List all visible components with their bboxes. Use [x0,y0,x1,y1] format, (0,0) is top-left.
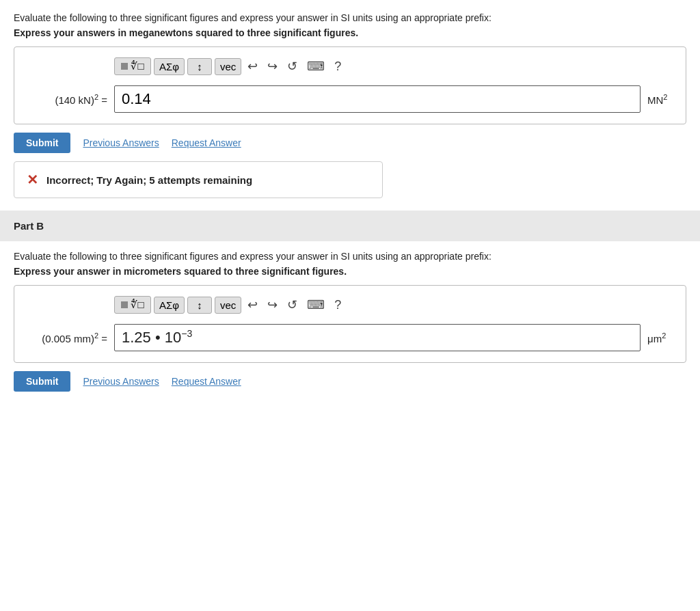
partb-redo-button[interactable]: ↪ [264,295,281,314]
parta-instruction: Evaluate the following to three signific… [14,12,686,23]
sigma-button[interactable]: ΑΣφ [154,58,185,75]
redo-icon: ↪ [267,59,278,73]
parta-label-sup: 2 [94,93,98,101]
partb-vec-label: vec [220,299,236,311]
sort-button[interactable]: ↕ [187,58,212,75]
redo-button[interactable]: ↪ [264,57,281,76]
parta-action-row: Submit Previous Answers Request Answer [14,133,686,153]
refresh-icon: ↺ [287,59,297,73]
square-icon [121,63,128,70]
partb-help-button[interactable]: ? [331,296,345,314]
partb-toolbar: ∜□ ΑΣφ ↕ vec ↩ ↪ ↺ ⌨ ? [114,295,675,314]
partb-undo-icon: ↩ [247,298,258,312]
sort-label: ↕ [197,61,202,72]
parta-feedback-box: ✕ Incorrect; Try Again; 5 attempts remai… [14,161,383,198]
parta-equation-label: (140 kN)2 = [25,93,107,106]
partb-label-sup: 2 [94,331,98,340]
parta-feedback-text: Incorrect; Try Again; 5 attempts remaini… [46,174,252,186]
partb-unit: μm2 [647,331,675,344]
parta-submit-button[interactable]: Submit [14,133,70,153]
sqrt-label: ∜□ [131,60,144,72]
help-button[interactable]: ? [331,57,345,76]
sigma-label: ΑΣφ [159,61,179,72]
parta-submit-label: Submit [26,137,58,148]
vec-button[interactable]: vec [215,58,241,75]
parta-toolbar: ∜□ ΑΣφ ↕ vec ↩ ↪ ↺ ⌨ ? [114,57,675,76]
parta-unit: MN2 [647,93,675,106]
help-label: ? [334,59,341,73]
parta-bold-instruction: Express your answers in meganewtons squa… [14,27,686,38]
partb-equation-label: (0.005 mm)2 = [25,331,107,344]
page-wrapper: Evaluate the following to three signific… [0,0,700,611]
partb-submit-button[interactable]: Submit [14,371,70,392]
partb-keyboard-icon: ⌨ [307,298,325,312]
parta-request-answer-label: Request Answer [172,137,241,148]
partb-sigma-label: ΑΣφ [159,299,179,311]
keyboard-button[interactable]: ⌨ [304,57,328,76]
incorrect-icon: ✕ [27,172,38,188]
partb-bold-instruction: Express your answer in micrometers squar… [14,266,686,277]
parta-previous-answers-button[interactable]: Previous Answers [83,137,159,148]
parta-previous-answers-label: Previous Answers [83,137,159,148]
partb-submit-label: Submit [26,376,58,387]
partb-vec-button[interactable]: vec [215,297,241,314]
partb-instruction: Evaluate the following to three signific… [14,251,686,262]
partb-answer-box: ∜□ ΑΣφ ↕ vec ↩ ↪ ↺ ⌨ ? [14,285,686,363]
partb-redo-icon: ↪ [267,298,278,312]
partb-help-label: ? [334,298,341,312]
partb-label: Part B [14,220,44,232]
partb-sort-label: ↕ [197,299,202,311]
parta-unit-sup: 2 [663,93,667,101]
partb-undo-button[interactable]: ↩ [244,295,261,314]
partb-sqrt-button[interactable]: ∜□ [114,296,151,314]
partb-unit-sup: 2 [662,331,666,340]
partb-refresh-icon: ↺ [287,298,297,312]
partb-sqrt-label: ∜□ [131,299,144,311]
undo-icon: ↩ [247,59,258,73]
parta-request-answer-button[interactable]: Request Answer [172,137,241,148]
partb-answer-value: 1.25 • 10 [122,329,181,347]
partb-sort-button[interactable]: ↕ [187,297,212,314]
partb-previous-answers-button[interactable]: Previous Answers [83,376,159,387]
partb-keyboard-button[interactable]: ⌨ [304,295,328,314]
partb-section-header: Part B [0,211,700,241]
partb-refresh-button[interactable]: ↺ [284,295,301,314]
refresh-button[interactable]: ↺ [284,57,301,76]
parta-answer-box: ∜□ ΑΣφ ↕ vec ↩ ↪ ↺ ⌨ ? [14,46,686,124]
partb-sigma-button[interactable]: ΑΣφ [154,297,185,314]
undo-button[interactable]: ↩ [244,57,261,76]
sqrt-button[interactable]: ∜□ [114,57,151,75]
vec-label: vec [220,61,236,72]
partb-action-row: Submit Previous Answers Request Answer [14,371,686,392]
partb-previous-answers-label: Previous Answers [83,376,159,387]
partb-square-icon [121,301,128,308]
parta-equation-row: (140 kN)2 = MN2 [25,85,675,113]
keyboard-icon: ⌨ [307,59,325,73]
partb-equation-row: (0.005 mm)2 = 1.25 • 10 −3 μm2 [25,324,675,351]
partb-answer-input-wrapper[interactable]: 1.25 • 10 −3 [114,324,641,351]
partb-request-answer-label: Request Answer [172,376,241,387]
parta-answer-input[interactable] [114,85,641,113]
partb-request-answer-button[interactable]: Request Answer [172,376,241,387]
